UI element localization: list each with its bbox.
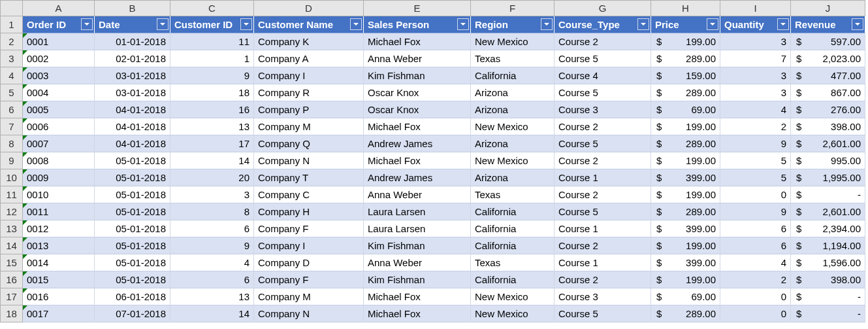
cell-customer-id[interactable]: 3 [170, 186, 254, 203]
cell-date[interactable]: 04-01-2018 [95, 118, 170, 135]
cell-sales-person[interactable]: Andrew James [364, 169, 471, 186]
cell-course-type[interactable]: Course 3 [555, 101, 651, 118]
cell-order-id[interactable]: 0004 [23, 84, 95, 101]
filter-dropdown-icon[interactable] [707, 18, 718, 30]
cell-sales-person[interactable]: Michael Fox [364, 152, 471, 169]
table-header-sales-person[interactable]: Sales Person [364, 16, 471, 33]
cell-date[interactable]: 05-01-2018 [95, 254, 170, 271]
cell-course-type[interactable]: Course 2 [555, 152, 651, 169]
cell-region[interactable]: Texas [471, 186, 555, 203]
cell-order-id[interactable]: 0011 [23, 203, 95, 220]
row-head-1[interactable]: 1 [1, 16, 23, 33]
cell-quantity[interactable]: 4 [720, 254, 791, 271]
cell-customer-name[interactable]: Company F [254, 271, 364, 288]
col-head-H[interactable]: H [651, 1, 720, 16]
row-head-18[interactable]: 18 [1, 305, 23, 322]
cell-revenue[interactable]: $867.00 [791, 84, 865, 101]
col-head-E[interactable]: E [364, 1, 471, 16]
cell-order-id[interactable]: 0009 [23, 169, 95, 186]
cell-sales-person[interactable]: Andrew James [364, 135, 471, 152]
cell-date[interactable]: 05-01-2018 [95, 237, 170, 254]
cell-customer-id[interactable]: 4 [170, 254, 254, 271]
row-head-17[interactable]: 17 [1, 288, 23, 305]
cell-customer-name[interactable]: Company C [254, 186, 364, 203]
cell-revenue[interactable]: $1,194.00 [791, 237, 865, 254]
cell-customer-name[interactable]: Company I [254, 237, 364, 254]
cell-revenue[interactable]: $995.00 [791, 152, 865, 169]
col-head-G[interactable]: G [555, 1, 651, 16]
cell-order-id[interactable]: 0017 [23, 305, 95, 322]
filter-dropdown-icon[interactable] [541, 18, 553, 30]
cell-customer-id[interactable]: 11 [170, 33, 254, 50]
cell-order-id[interactable]: 0015 [23, 271, 95, 288]
cell-sales-person[interactable]: Kim Fishman [364, 271, 471, 288]
cell-order-id[interactable]: 0012 [23, 220, 95, 237]
cell-customer-name[interactable]: Company N [254, 152, 364, 169]
cell-customer-id[interactable]: 14 [170, 152, 254, 169]
cell-quantity[interactable]: 0 [720, 186, 791, 203]
col-head-B[interactable]: B [95, 1, 170, 16]
cell-sales-person[interactable]: Michael Fox [364, 33, 471, 50]
row-head-14[interactable]: 14 [1, 237, 23, 254]
row-head-2[interactable]: 2 [1, 33, 23, 50]
cell-sales-person[interactable]: Michael Fox [364, 305, 471, 322]
cell-customer-name[interactable]: Company H [254, 203, 364, 220]
cell-date[interactable]: 05-01-2018 [95, 271, 170, 288]
cell-order-id[interactable]: 0010 [23, 186, 95, 203]
cell-price[interactable]: $199.00 [651, 33, 720, 50]
cell-date[interactable]: 01-01-2018 [95, 33, 170, 50]
select-all-corner[interactable] [1, 1, 23, 16]
cell-order-id[interactable]: 0006 [23, 118, 95, 135]
filter-dropdown-icon[interactable] [240, 18, 252, 30]
cell-price[interactable]: $289.00 [651, 50, 720, 67]
cell-order-id[interactable]: 0005 [23, 101, 95, 118]
table-header-region[interactable]: Region [471, 16, 555, 33]
cell-course-type[interactable]: Course 2 [555, 237, 651, 254]
cell-course-type[interactable]: Course 2 [555, 33, 651, 50]
cell-region[interactable]: Arizona [471, 101, 555, 118]
cell-date[interactable]: 03-01-2018 [95, 84, 170, 101]
cell-course-type[interactable]: Course 5 [555, 203, 651, 220]
cell-revenue[interactable]: $- [791, 305, 865, 322]
row-head-6[interactable]: 6 [1, 101, 23, 118]
cell-price[interactable]: $289.00 [651, 305, 720, 322]
cell-quantity[interactable]: 3 [720, 33, 791, 50]
cell-revenue[interactable]: $2,601.00 [791, 203, 865, 220]
cell-price[interactable]: $399.00 [651, 169, 720, 186]
row-head-15[interactable]: 15 [1, 254, 23, 271]
cell-order-id[interactable]: 0002 [23, 50, 95, 67]
cell-order-id[interactable]: 0008 [23, 152, 95, 169]
cell-customer-id[interactable]: 17 [170, 135, 254, 152]
cell-customer-name[interactable]: Company N [254, 305, 364, 322]
cell-date[interactable]: 05-01-2018 [95, 152, 170, 169]
cell-customer-id[interactable]: 18 [170, 84, 254, 101]
table-header-customer-id[interactable]: Customer ID [170, 16, 254, 33]
cell-customer-name[interactable]: Company T [254, 169, 364, 186]
table-header-customer-name[interactable]: Customer Name [254, 16, 364, 33]
cell-quantity[interactable]: 6 [720, 220, 791, 237]
cell-sales-person[interactable]: Anna Weber [364, 50, 471, 67]
cell-order-id[interactable]: 0016 [23, 288, 95, 305]
cell-course-type[interactable]: Course 5 [555, 135, 651, 152]
cell-revenue[interactable]: $477.00 [791, 67, 865, 84]
cell-quantity[interactable]: 2 [720, 271, 791, 288]
cell-quantity[interactable]: 3 [720, 67, 791, 84]
cell-revenue[interactable]: $597.00 [791, 33, 865, 50]
cell-revenue[interactable]: $2,394.00 [791, 220, 865, 237]
table-header-revenue[interactable]: Revenue [791, 16, 865, 33]
row-head-10[interactable]: 10 [1, 169, 23, 186]
cell-customer-id[interactable]: 1 [170, 50, 254, 67]
cell-order-id[interactable]: 0007 [23, 135, 95, 152]
cell-date[interactable]: 03-01-2018 [95, 67, 170, 84]
cell-quantity[interactable]: 5 [720, 169, 791, 186]
cell-course-type[interactable]: Course 1 [555, 220, 651, 237]
cell-customer-id[interactable]: 6 [170, 271, 254, 288]
cell-date[interactable]: 07-01-2018 [95, 305, 170, 322]
cell-price[interactable]: $199.00 [651, 186, 720, 203]
cell-price[interactable]: $199.00 [651, 271, 720, 288]
row-head-16[interactable]: 16 [1, 271, 23, 288]
filter-dropdown-icon[interactable] [157, 18, 169, 30]
table-header-price[interactable]: Price [651, 16, 720, 33]
cell-quantity[interactable]: 9 [720, 135, 791, 152]
cell-quantity[interactable]: 6 [720, 237, 791, 254]
